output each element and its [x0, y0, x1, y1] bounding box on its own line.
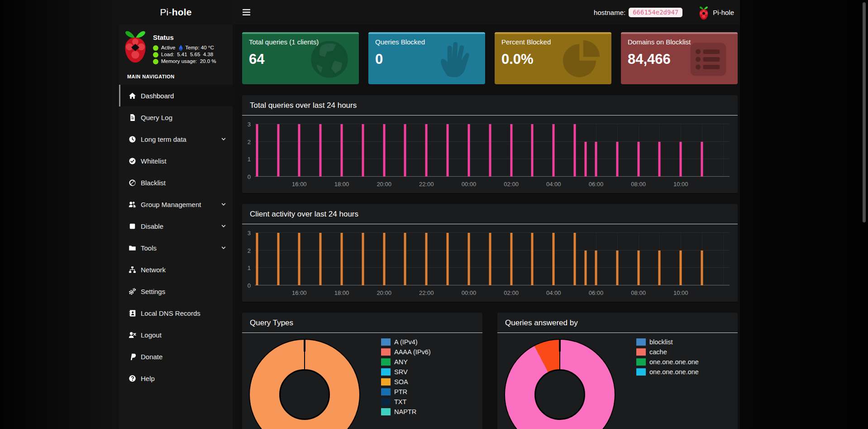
- card-value: 64: [249, 51, 352, 67]
- sidebar-item-whitelist[interactable]: Whitelist: [119, 150, 233, 172]
- x-axis-tick-label: 20:00: [377, 181, 391, 188]
- panel-title: Total queries over last 24 hours: [242, 95, 738, 116]
- panel-title: Queries answered by: [497, 313, 738, 333]
- sidebar-item-long-term-data[interactable]: Long term data: [119, 128, 233, 150]
- status-block: Status Active Temp: 40 °C Load: 5.41 5.6…: [119, 24, 233, 66]
- legend-item-one-one-one-one[interactable]: one.one.one.one: [636, 368, 699, 376]
- query-types-donut-chart[interactable]: [249, 339, 360, 429]
- card-title: Total queries (1 clients): [249, 38, 352, 46]
- legend-item-any[interactable]: ANY: [381, 358, 431, 366]
- status-dot-icon: [153, 59, 158, 64]
- x-axis-tick-label: 22:00: [419, 181, 434, 188]
- bar-09:00: [658, 251, 661, 285]
- legend-item-soa[interactable]: SOA: [381, 378, 431, 386]
- sidebar-item-network[interactable]: Network: [119, 259, 233, 280]
- menu-toggle-button[interactable]: [241, 7, 252, 17]
- legend-item-cache[interactable]: cache: [636, 348, 699, 356]
- sidebar-item-settings[interactable]: Settings: [119, 280, 233, 302]
- sidebar-item-query-log[interactable]: Query Log: [119, 106, 233, 128]
- bar-17:00: [320, 233, 322, 285]
- legend-item-aaaa-ipv6[interactable]: AAAA (IPv6): [381, 348, 431, 356]
- stat-card-percent-blocked: Percent Blocked0.0%: [495, 32, 611, 84]
- sidebar-item-label: Network: [141, 266, 166, 274]
- x-axis-tick-label: 08:00: [631, 181, 646, 188]
- sidebar-item-help[interactable]: Help: [119, 367, 233, 389]
- sidebar-item-local-dns-records[interactable]: Local DNS Records: [119, 302, 233, 324]
- bar-07:00: [616, 251, 618, 285]
- legend-item-ptr[interactable]: PTR: [381, 388, 431, 395]
- sidebar-item-label: Disable: [141, 222, 163, 230]
- stat-card-total-queries-1-clients: Total queries (1 clients)64: [242, 32, 359, 84]
- bar-14:00: [256, 233, 258, 285]
- bar-06:00: [595, 142, 597, 177]
- x-axis-tick-label: 18:00: [334, 181, 349, 188]
- y-axis-tick-label: 1: [248, 265, 251, 271]
- sidebar-item-label: Whitelist: [141, 157, 167, 165]
- bar-16:00: [298, 233, 300, 285]
- client-activity-chart[interactable]: 012316:0018:0020:0022:0000:0002:0004:000…: [255, 233, 730, 285]
- y-axis-tick-label: 1: [248, 156, 251, 163]
- card-value: 84,466: [628, 51, 731, 67]
- donut-hole: [279, 369, 330, 420]
- bar-05:30: [584, 251, 587, 285]
- dashboard-content: Total queries (1 clients)64Queries Block…: [233, 24, 740, 429]
- sidebar-item-dashboard[interactable]: Dashboard: [119, 85, 233, 106]
- legend-item-a-ipv4[interactable]: A (IPv4): [381, 338, 431, 346]
- sidebar-item-label: Help: [141, 375, 155, 382]
- sidebar-item-tools[interactable]: Tools: [119, 237, 233, 259]
- temperature-icon: [178, 44, 183, 51]
- status-temp: Temp: 40 °C: [185, 44, 214, 51]
- sidebar-item-blacklist[interactable]: Blacklist: [119, 172, 233, 193]
- bar-02:00: [510, 124, 512, 177]
- legend-swatch: [381, 338, 391, 346]
- bar-07:00: [616, 142, 618, 177]
- legend-label: PTR: [394, 388, 407, 395]
- bar-16:00: [298, 124, 300, 177]
- bar-03:00: [531, 124, 534, 177]
- total-queries-chart[interactable]: 012316:0018:0020:0022:0000:0002:0004:000…: [255, 124, 730, 177]
- legend-item-one-one-one-one[interactable]: one.one.one.one: [636, 358, 699, 366]
- bar-20:00: [383, 124, 385, 177]
- legend-item-txt[interactable]: TXT: [381, 398, 431, 405]
- card-accent-strip: [242, 32, 359, 34]
- sidebar-item-label: Settings: [141, 288, 165, 295]
- check-circle-icon: [128, 157, 136, 165]
- page-scrollbar-thumb[interactable]: [863, 2, 866, 222]
- bar-08:00: [637, 251, 639, 285]
- sidebar-item-label: Group Management: [141, 201, 201, 208]
- topbar: hostname: 666154e2d947 Pi-hole: [233, 0, 740, 24]
- hostname-label: hostname:: [594, 9, 625, 16]
- bar-10:00: [680, 142, 682, 177]
- chevron-down-icon: [220, 136, 227, 142]
- bar-01:00: [489, 124, 491, 177]
- status-row-memory: Memory usage: 20.0 %: [153, 58, 216, 65]
- y-axis-tick-label: 3: [248, 121, 251, 128]
- card-accent-strip: [368, 32, 485, 34]
- y-axis-tick-label: 2: [248, 138, 251, 145]
- sidebar-item-logout[interactable]: Logout: [119, 324, 233, 346]
- pihole-brand-link[interactable]: Pi-hole: [713, 9, 734, 16]
- status-dot-icon: [153, 45, 158, 51]
- status-row-active: Active Temp: 40 °C: [153, 44, 216, 51]
- chevron-down-icon: [220, 245, 227, 251]
- bar-03:00: [531, 233, 534, 285]
- legend-item-naptr[interactable]: NAPTR: [381, 408, 431, 415]
- legend-label: NAPTR: [394, 408, 416, 415]
- sidebar-item-donate[interactable]: Donate: [119, 346, 233, 367]
- network-icon: [128, 266, 136, 274]
- legend-item-blocklist[interactable]: blocklist: [636, 338, 699, 346]
- file-icon: [128, 114, 136, 121]
- legend-item-srv[interactable]: SRV: [381, 368, 431, 376]
- sidebar-item-label: Dashboard: [141, 92, 174, 100]
- bar-11:00: [701, 251, 703, 285]
- queries-answered-by-donut-chart[interactable]: [504, 339, 615, 429]
- card-title: Queries Blocked: [375, 38, 478, 46]
- sidebar-item-group-management[interactable]: Group Management: [119, 193, 233, 215]
- x-axis-tick-label: 10:00: [673, 289, 688, 296]
- horizontal-gridline: [255, 232, 730, 233]
- x-axis-tick-label: 00:00: [462, 181, 477, 188]
- x-axis-tick-label: 22:00: [419, 289, 434, 296]
- sidebar-item-disable[interactable]: Disable: [119, 215, 233, 237]
- ban-icon: [128, 179, 136, 187]
- y-axis-tick-label: 2: [248, 247, 251, 254]
